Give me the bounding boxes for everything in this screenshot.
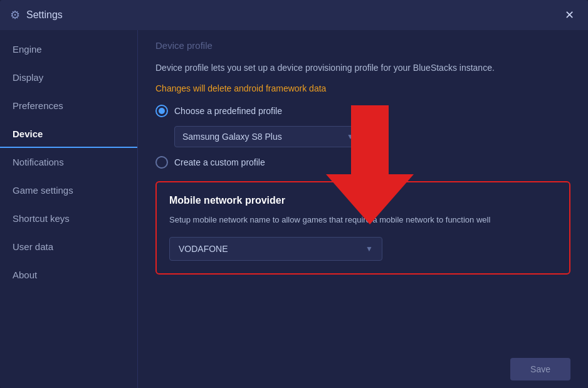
section-title-faded: Device profile — [138, 30, 588, 56]
sidebar-item-game-settings[interactable]: Game settings — [0, 176, 137, 204]
sidebar-item-label: Shortcut keys — [13, 213, 70, 224]
dropdown-profile-value: Samsung Galaxy S8 Plus — [182, 132, 282, 142]
radio-circle-custom — [155, 156, 168, 169]
radio-option-predefined[interactable]: Choose a predefined profile — [155, 105, 570, 117]
sidebar-item-label: Notifications — [13, 157, 64, 167]
radio-circle-predefined — [155, 105, 168, 117]
close-button[interactable]: ✕ — [560, 6, 578, 24]
sidebar-item-label: Engine — [13, 44, 42, 55]
sidebar-item-label: Game settings — [13, 185, 73, 196]
main-content: Device profile Device profile lets you s… — [138, 30, 588, 388]
sidebar-item-label: Display — [13, 72, 43, 83]
dropdown-profile[interactable]: Samsung Galaxy S8 Plus ▼ — [174, 126, 362, 147]
sidebar-item-label: Device — [13, 128, 43, 139]
sidebar-item-engine[interactable]: Engine — [0, 35, 137, 63]
radio-option-custom[interactable]: Create a custom profile — [155, 156, 570, 169]
radio-predefined-label: Choose a predefined profile — [174, 106, 282, 116]
provider-dropdown[interactable]: VODAFONE ▼ — [169, 237, 382, 261]
radio-custom-label: Create a custom profile — [174, 157, 265, 167]
sidebar-item-preferences[interactable]: Preferences — [0, 92, 137, 120]
sidebar-item-user-data[interactable]: User data — [0, 233, 137, 261]
sidebar-item-display[interactable]: Display — [0, 63, 137, 92]
sidebar-item-label: About — [13, 270, 37, 280]
window-title: Settings — [26, 9, 560, 21]
settings-icon: ⚙ — [10, 8, 20, 22]
sidebar-item-label: User data — [13, 241, 53, 252]
provider-dropdown-arrow: ▼ — [365, 244, 373, 253]
dropdown-wrapper-profile: Samsung Galaxy S8 Plus ▼ — [174, 126, 570, 147]
provider-dropdown-value: VODAFONE — [179, 244, 228, 254]
sidebar-item-device[interactable]: Device — [0, 120, 137, 148]
dropdown-profile-arrow: ▼ — [347, 132, 354, 141]
save-button[interactable]: Save — [510, 358, 570, 380]
description-text: Device profile lets you set up a device … — [155, 61, 570, 75]
content-area: Engine Display Preferences Device Notifi… — [0, 30, 588, 388]
provider-description: Setup mobile network name to allow games… — [169, 214, 557, 227]
footer-bar: Save — [138, 350, 588, 388]
warning-text: Changes will delete android framework da… — [155, 83, 570, 93]
title-bar: ⚙ Settings ✕ — [0, 0, 588, 30]
sidebar-item-label: Preferences — [13, 100, 63, 111]
sidebar-item-shortcut-keys[interactable]: Shortcut keys — [0, 204, 137, 233]
sidebar-item-notifications[interactable]: Notifications — [0, 148, 137, 176]
sidebar: Engine Display Preferences Device Notifi… — [0, 30, 138, 388]
provider-box: Mobile network provider Setup mobile net… — [155, 181, 570, 275]
section-body: Device profile lets you set up a device … — [138, 56, 588, 350]
provider-title: Mobile network provider — [169, 195, 557, 206]
settings-window: ⚙ Settings ✕ Engine Display Preferences … — [0, 0, 588, 388]
radio-group-predefined: Choose a predefined profile Samsung Gala… — [155, 105, 570, 147]
sidebar-item-about[interactable]: About — [0, 261, 137, 289]
